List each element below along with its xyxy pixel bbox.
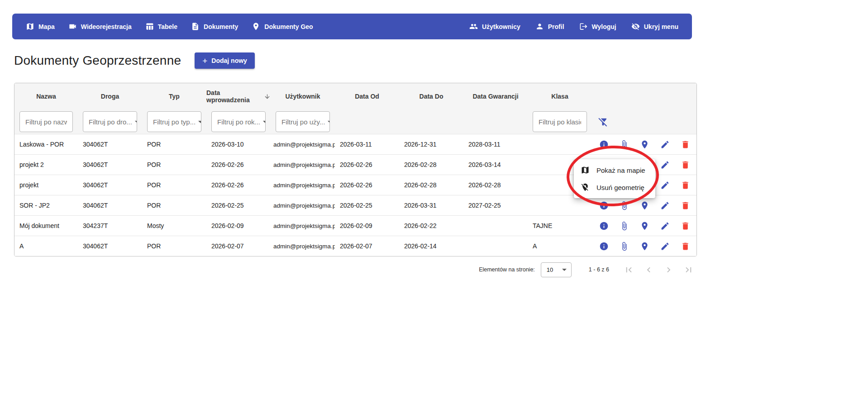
- table-row: A304062TPOR2026-02-07admin@projektsigma.…: [14, 236, 696, 256]
- column-header-typ[interactable]: Typ: [142, 93, 206, 100]
- attachment-icon[interactable]: [620, 201, 629, 210]
- column-header-uzytkownik[interactable]: Użytkownik: [271, 93, 335, 100]
- filter-input-nazwa[interactable]: [19, 111, 73, 132]
- nav-item-wideorejestracja[interactable]: Wideorejestracja: [68, 22, 132, 31]
- cell-data-od: 2026-02-25: [335, 202, 399, 209]
- items-per-page-value: 10: [547, 266, 553, 273]
- plus-icon: +: [202, 57, 207, 65]
- info-icon[interactable]: [599, 221, 609, 231]
- nav-item-ukryj-menu[interactable]: Ukryj menu: [631, 22, 678, 31]
- delete-icon[interactable]: [681, 180, 690, 190]
- edit-icon[interactable]: [660, 242, 670, 251]
- filter-cell: Filtruj po typ...: [142, 109, 206, 134]
- dropdown-caret-icon: [263, 121, 266, 123]
- filter-select-droga[interactable]: Filtruj po dro...: [83, 111, 137, 132]
- location-pin-icon[interactable]: [640, 140, 649, 149]
- delete-icon[interactable]: [681, 221, 690, 231]
- column-header-droga[interactable]: Droga: [78, 93, 142, 100]
- attachment-icon[interactable]: [620, 242, 629, 251]
- hide-menu-icon: [631, 22, 640, 31]
- nav-item-label: Dokumenty Geo: [264, 23, 313, 30]
- add-new-button[interactable]: + Dodaj nowy: [195, 52, 255, 69]
- column-header-data-do[interactable]: Data Do: [399, 93, 463, 100]
- videocam-icon: [68, 22, 77, 31]
- column-header-data-od[interactable]: Data Od: [335, 93, 399, 100]
- attachment-icon[interactable]: [620, 221, 629, 231]
- filter-input-klasa[interactable]: [533, 111, 587, 132]
- menu-item-pokaz-na-mapie[interactable]: Pokaż na mapie: [574, 161, 655, 179]
- nav-item-dokumenty-geo[interactable]: Dokumenty Geo: [252, 22, 313, 31]
- table-header-row: NazwaDrogaTypData wprowadzeniaUżytkownik…: [14, 83, 696, 109]
- edit-icon[interactable]: [660, 160, 670, 170]
- nav-item-uzytkownicy[interactable]: Użytkownicy: [469, 22, 520, 31]
- delete-icon[interactable]: [681, 160, 690, 170]
- add-new-button-label: Dodaj nowy: [211, 57, 247, 64]
- column-header-nazwa[interactable]: Nazwa: [14, 93, 78, 100]
- filter-placeholder: Filtruj po typ...: [153, 118, 196, 126]
- nav-item-label: Wyloguj: [592, 23, 616, 30]
- next-page-icon[interactable]: [663, 265, 674, 275]
- filter-cell: Filtruj po uży...: [271, 109, 335, 134]
- nav-item-profil[interactable]: Profil: [535, 22, 564, 31]
- cell-uzytkownik: admin@projektsigma.p: [271, 243, 335, 250]
- cell-data-gwarancji: 2027-02-25: [463, 202, 528, 209]
- column-header-data-wprowadzenia[interactable]: Data wprowadzenia: [206, 89, 271, 104]
- last-page-icon[interactable]: [683, 265, 694, 275]
- cell-uzytkownik: admin@projektsigma.p: [271, 161, 335, 168]
- nav-item-label: Ukryj menu: [644, 23, 678, 30]
- cell-data-do: 2026-12-31: [399, 141, 463, 148]
- column-header-klasa[interactable]: Klasa: [528, 93, 592, 100]
- edit-icon[interactable]: [660, 140, 670, 149]
- filter-cell: Filtruj po rok...: [206, 109, 271, 134]
- edit-icon[interactable]: [660, 201, 670, 210]
- app-root: MapaWideorejestracjaTabeleDokumentyDokum…: [0, 0, 868, 394]
- cell-uzytkownik: admin@projektsigma.p: [271, 141, 335, 148]
- delete-icon[interactable]: [681, 242, 690, 251]
- cell-data-wprowadzenia: 2026-03-10: [206, 141, 271, 148]
- cell-data-gwarancji: 2026-02-28: [463, 181, 528, 189]
- delete-icon[interactable]: [681, 140, 690, 149]
- nav-item-tabele[interactable]: Tabele: [145, 22, 177, 31]
- cell-typ: Mosty: [142, 222, 206, 229]
- edit-icon[interactable]: [660, 180, 670, 190]
- cell-droga: 304062T: [78, 202, 142, 209]
- previous-page-icon[interactable]: [644, 265, 654, 275]
- location-pin-icon[interactable]: [640, 242, 649, 251]
- cell-typ: POR: [142, 141, 206, 148]
- nav-item-mapa[interactable]: Mapa: [26, 22, 55, 31]
- cell-data-do: 2026-02-22: [399, 222, 463, 229]
- info-icon[interactable]: [599, 242, 609, 251]
- nav-right-group: UżytkownicyProfilWylogujUkryj menu: [469, 22, 678, 31]
- person-icon: [535, 22, 544, 31]
- filter-cell: [399, 109, 463, 134]
- cell-typ: POR: [142, 181, 206, 189]
- clear-filters-icon[interactable]: [598, 117, 608, 127]
- location-pin-icon[interactable]: [640, 201, 649, 210]
- info-icon[interactable]: [599, 140, 609, 149]
- cell-typ: POR: [142, 242, 206, 250]
- cell-data-do: 2026-02-28: [399, 181, 463, 189]
- location-pin-icon[interactable]: [640, 221, 649, 231]
- column-header-data-gwarancji[interactable]: Data Gwarancji: [463, 93, 528, 100]
- nav-item-wyloguj[interactable]: Wyloguj: [579, 22, 616, 31]
- attachment-icon[interactable]: [620, 140, 629, 149]
- delete-icon[interactable]: [681, 201, 690, 210]
- cell-data-od: 2026-02-07: [335, 242, 399, 250]
- edit-icon[interactable]: [660, 221, 670, 231]
- top-navbar: MapaWideorejestracjaTabeleDokumentyDokum…: [12, 14, 692, 39]
- row-actions: [592, 242, 696, 251]
- filter-select-uzytkownik[interactable]: Filtruj po uży...: [276, 111, 330, 132]
- first-page-icon[interactable]: [624, 265, 634, 275]
- filter-placeholder: Filtruj po rok...: [217, 118, 260, 126]
- menu-item-usun-geometrie[interactable]: Usuń geometrię: [574, 179, 655, 196]
- cell-data-wprowadzenia: 2026-02-26: [206, 161, 271, 168]
- info-icon[interactable]: [599, 201, 609, 210]
- cell-data-do: 2026-03-31: [399, 202, 463, 209]
- cell-droga: 304237T: [78, 222, 142, 229]
- items-per-page-select[interactable]: 10: [541, 262, 572, 277]
- cell-data-od: 2026-02-09: [335, 222, 399, 229]
- cell-uzytkownik: admin@projektsigma.p: [271, 202, 335, 209]
- nav-item-dokumenty[interactable]: Dokumenty: [191, 22, 238, 31]
- filter-select-typ[interactable]: Filtruj po typ...: [147, 111, 201, 132]
- filter-select-data-wprowadzenia[interactable]: Filtruj po rok...: [211, 111, 266, 132]
